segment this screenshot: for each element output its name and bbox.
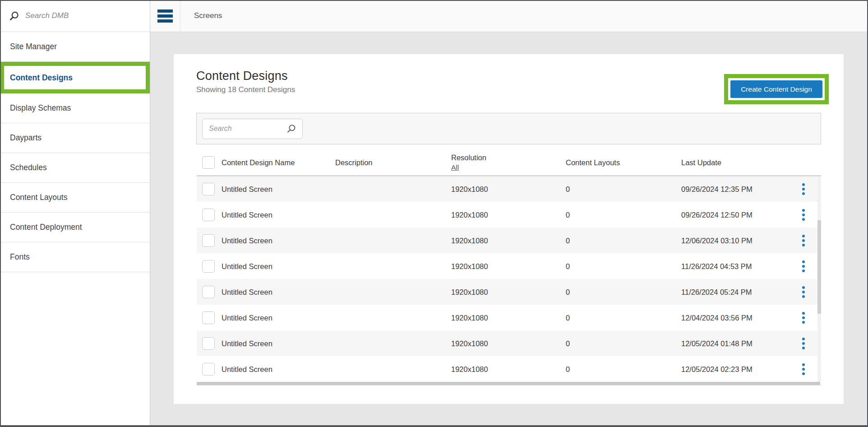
row-last-update: 12/05/2024 02:23 PM <box>681 365 753 373</box>
column-header-last-update: Last Update <box>681 158 721 167</box>
row-last-update: 11/26/2024 04:53 PM <box>681 262 752 270</box>
row-content-layouts: 0 <box>566 210 570 219</box>
row-content-layouts: 0 <box>566 339 570 348</box>
row-checkbox[interactable] <box>202 363 215 376</box>
vertical-scrollbar[interactable] <box>817 176 821 382</box>
row-content-layouts: 0 <box>566 236 570 245</box>
select-all-checkbox[interactable] <box>202 156 215 169</box>
sidebar-item-content-designs[interactable]: Content Designs <box>0 62 150 93</box>
sidebar-item-dayparts[interactable]: Dayparts <box>0 123 150 153</box>
row-content-layouts: 0 <box>566 365 570 373</box>
sidebar-item-label: Schedules <box>10 163 47 172</box>
table-row: Untitled Screen 1920x1080 0 12/05/2024 0… <box>197 356 817 382</box>
table-row: Untitled Screen 1920x1080 0 09/26/2024 1… <box>197 176 817 202</box>
row-resolution: 1920x1080 <box>451 236 488 245</box>
table-row: Untitled Screen 1920x1080 0 12/06/2024 0… <box>197 227 817 253</box>
table-row: Untitled Screen 1920x1080 0 12/04/2024 0… <box>197 305 817 330</box>
row-checkbox[interactable] <box>202 209 215 221</box>
row-name: Untitled Screen <box>222 210 272 219</box>
row-content-layouts: 0 <box>566 288 570 296</box>
sidebar-item-label: Display Schemas <box>10 103 71 113</box>
row-checkbox[interactable] <box>202 337 215 350</box>
column-header-name: Content Design Name <box>222 158 295 167</box>
kebab-menu-icon[interactable] <box>800 284 807 300</box>
search-icon <box>9 11 19 21</box>
sidebar-search <box>0 0 150 32</box>
page-breadcrumb: Screens <box>194 11 222 20</box>
horizontal-scrollbar[interactable] <box>197 382 820 385</box>
row-last-update: 12/04/2024 03:56 PM <box>681 313 753 322</box>
row-name: Untitled Screen <box>222 339 272 348</box>
row-checkbox[interactable] <box>202 183 215 195</box>
row-checkbox[interactable] <box>202 260 215 273</box>
hamburger-menu-icon[interactable] <box>150 0 180 32</box>
page-title: Content Designs <box>196 69 295 83</box>
search-icon[interactable] <box>286 124 296 134</box>
row-content-layouts: 0 <box>566 185 570 193</box>
row-name: Untitled Screen <box>222 185 272 193</box>
table-body: Untitled Screen 1920x1080 0 09/26/2024 1… <box>197 176 821 382</box>
sidebar-nav: Site Manager Content Designs Display Sch… <box>0 32 150 272</box>
row-resolution: 1920x1080 <box>451 365 488 373</box>
row-name: Untitled Screen <box>222 262 272 270</box>
column-header-content-layouts: Content Layouts <box>566 158 620 167</box>
sidebar-item-label: Content Designs <box>4 66 146 89</box>
row-last-update: 09/26/2024 12:35 PM <box>681 185 753 193</box>
table-row: Untitled Screen 1920x1080 0 11/26/2024 0… <box>197 279 817 305</box>
row-last-update: 12/06/2024 03:10 PM <box>681 236 753 245</box>
vertical-scrollbar-thumb[interactable] <box>817 220 821 314</box>
table-row: Untitled Screen 1920x1080 0 12/05/2024 0… <box>197 330 817 356</box>
row-resolution: 1920x1080 <box>451 288 488 296</box>
row-last-update: 09/26/2024 12:50 PM <box>681 210 753 219</box>
row-resolution: 1920x1080 <box>451 210 488 219</box>
row-name: Untitled Screen <box>222 288 272 296</box>
sidebar-item-label: Site Manager <box>10 42 57 51</box>
row-checkbox[interactable] <box>202 234 215 247</box>
row-resolution: 1920x1080 <box>451 339 488 348</box>
row-resolution: 1920x1080 <box>451 185 488 193</box>
table-search-panel <box>196 113 821 144</box>
row-name: Untitled Screen <box>222 365 272 373</box>
sidebar-search-input[interactable] <box>25 11 125 20</box>
sidebar-item-content-layouts[interactable]: Content Layouts <box>0 183 150 213</box>
table-row: Untitled Screen 1920x1080 0 09/26/2024 1… <box>197 202 817 227</box>
row-content-layouts: 0 <box>566 262 570 270</box>
kebab-menu-icon[interactable] <box>800 362 807 377</box>
kebab-menu-icon[interactable] <box>800 207 807 223</box>
create-content-design-button[interactable]: Create Content Design <box>730 80 822 98</box>
row-resolution: 1920x1080 <box>451 313 488 322</box>
kebab-menu-icon[interactable] <box>800 233 807 248</box>
sidebar-item-label: Content Deployment <box>10 223 82 232</box>
sidebar-item-label: Fonts <box>10 252 30 262</box>
kebab-menu-icon[interactable] <box>800 259 807 274</box>
sidebar-item-label: Content Layouts <box>10 193 67 202</box>
content-card: Content Designs Showing 18 Content Desig… <box>174 54 844 404</box>
sidebar-item-fonts[interactable]: Fonts <box>0 242 150 272</box>
row-checkbox[interactable] <box>202 311 215 324</box>
row-name: Untitled Screen <box>222 313 272 322</box>
sidebar-item-content-deployment[interactable]: Content Deployment <box>0 213 150 242</box>
kebab-menu-icon[interactable] <box>800 310 807 325</box>
result-count: Showing 18 Content Designs <box>196 85 295 94</box>
sidebar: Site Manager Content Designs Display Sch… <box>0 0 150 427</box>
kebab-menu-icon[interactable] <box>800 336 807 351</box>
column-header-description: Description <box>335 158 373 167</box>
sidebar-item-schedules[interactable]: Schedules <box>0 153 150 183</box>
row-last-update: 12/05/2024 01:48 PM <box>681 339 753 348</box>
row-last-update: 11/26/2024 05:24 PM <box>681 288 752 296</box>
resolution-label: Resolution <box>451 153 486 162</box>
row-resolution: 1920x1080 <box>451 262 488 270</box>
column-header-resolution: Resolution All <box>451 153 486 172</box>
kebab-menu-icon[interactable] <box>800 181 807 197</box>
sidebar-item-site-manager[interactable]: Site Manager <box>0 32 150 62</box>
table-row: Untitled Screen 1920x1080 0 11/26/2024 0… <box>197 253 817 279</box>
row-content-layouts: 0 <box>566 313 570 322</box>
create-button-highlight: Create Content Design <box>724 74 829 104</box>
row-name: Untitled Screen <box>222 236 272 245</box>
resolution-filter-all-link[interactable]: All <box>451 163 486 172</box>
topbar: Screens <box>150 0 868 32</box>
table-search-input[interactable] <box>209 125 277 133</box>
row-checkbox[interactable] <box>202 286 215 298</box>
sidebar-item-display-schemas[interactable]: Display Schemas <box>0 93 150 123</box>
content-designs-table: Content Design Name Description Resoluti… <box>197 149 821 385</box>
